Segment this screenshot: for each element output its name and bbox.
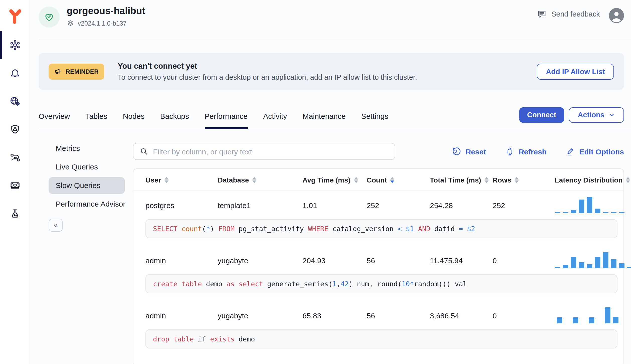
- slow-queries-table: UserDatabaseAvg Time (ms)CountTotal Time…: [133, 168, 624, 364]
- billing-money-icon[interactable]: [0, 171, 30, 200]
- column-header-user[interactable]: User: [145, 176, 218, 184]
- slow-queries-pane: Reset Refresh: [133, 129, 624, 364]
- cell-user: admin: [145, 311, 218, 320]
- tab-performance[interactable]: Performance: [205, 105, 248, 129]
- tab-nodes[interactable]: Nodes: [123, 105, 145, 129]
- title-block: gorgeous-halibut v2024.1.1.0-b137: [67, 6, 145, 27]
- tab-maintenance[interactable]: Maintenance: [302, 105, 346, 129]
- reminder-banner: REMINDER You can't connect yet To connec…: [39, 53, 624, 90]
- column-label: Avg Time (ms): [302, 176, 350, 184]
- query-text[interactable]: drop table if exists demo: [145, 329, 617, 348]
- sort-icon: [626, 177, 630, 183]
- table-body: postgrestemplate11.01252254.28252SELECT …: [133, 191, 623, 348]
- security-shield-lock-icon[interactable]: [0, 115, 30, 143]
- alerts-bell-icon[interactable]: [0, 59, 30, 87]
- connect-button[interactable]: Connect: [519, 107, 564, 123]
- tab-activity[interactable]: Activity: [263, 105, 287, 129]
- actions-button[interactable]: Actions: [569, 107, 624, 123]
- reminder-badge: REMINDER: [49, 63, 104, 79]
- column-label: Rows: [493, 176, 511, 184]
- yugabyte-logo-icon[interactable]: [0, 4, 30, 29]
- subnav-item-performance-advisor[interactable]: Performance Advisor: [49, 196, 125, 213]
- content: REMINDER You can't connect yet To connec…: [30, 40, 631, 364]
- tab-settings[interactable]: Settings: [361, 105, 388, 129]
- table-row[interactable]: adminyugabyte204.935611,475.940: [133, 246, 623, 274]
- table-header: UserDatabaseAvg Time (ms)CountTotal Time…: [133, 169, 623, 191]
- collapse-sidenav-button[interactable]: «: [49, 219, 63, 232]
- performance-subnav: MetricsLive QueriesSlow QueriesPerforman…: [39, 129, 133, 364]
- clusters-hub-icon[interactable]: [0, 31, 30, 59]
- cell-rows: 252: [493, 201, 555, 209]
- reset-button[interactable]: Reset: [452, 147, 486, 156]
- latency-histogram: [555, 251, 631, 270]
- sidebar-nav: [0, 31, 30, 228]
- cell-database: yugabyte: [218, 311, 302, 320]
- main-area: gorgeous-halibut v2024.1.1.0-b137: [30, 0, 631, 364]
- network-globe-gear-icon[interactable]: [0, 87, 30, 115]
- cell-total-time-ms: 11,475.94: [430, 256, 493, 264]
- cell-database: template1: [218, 201, 302, 209]
- column-label: Database: [218, 176, 249, 184]
- query-text[interactable]: SELECT count(*) FROM pg_stat_activity WH…: [145, 219, 617, 238]
- column-header-avg-time-ms[interactable]: Avg Time (ms): [302, 176, 367, 184]
- toolbar: Reset Refresh: [133, 143, 624, 160]
- tab-tables[interactable]: Tables: [86, 105, 107, 129]
- megaphone-icon: [54, 67, 62, 75]
- tab-backups[interactable]: Backups: [160, 105, 189, 129]
- subnav-item-slow-queries[interactable]: Slow Queries: [49, 177, 125, 194]
- cell-user: admin: [145, 256, 218, 264]
- cell-rows: 0: [493, 256, 555, 264]
- send-feedback-button[interactable]: Send feedback: [537, 9, 600, 19]
- edit-options-button[interactable]: Edit Options: [566, 147, 624, 156]
- banner-text: You can't connect yet To connect to your…: [118, 62, 417, 81]
- user-avatar[interactable]: [609, 8, 624, 23]
- cell-avg-time-ms: 1.01: [302, 201, 367, 209]
- refresh-button[interactable]: Refresh: [505, 147, 547, 156]
- sort-icon: [253, 177, 257, 183]
- column-header-count[interactable]: Count: [367, 176, 430, 184]
- pencil-icon: [566, 147, 575, 156]
- sort-icon: [390, 177, 395, 183]
- column-label: Count: [367, 176, 387, 184]
- column-header-rows[interactable]: Rows: [493, 176, 555, 184]
- cell-database: yugabyte: [218, 256, 302, 264]
- tab-overview[interactable]: Overview: [39, 105, 70, 129]
- feedback-bubble-icon: [537, 9, 547, 19]
- cluster-header: gorgeous-halibut v2024.1.1.0-b137: [30, 0, 631, 40]
- integrations-flow-icon[interactable]: [0, 143, 30, 171]
- query-text[interactable]: create table demo as select generate_ser…: [145, 274, 617, 293]
- table-row[interactable]: adminyugabyte65.83563,686.540: [133, 301, 623, 329]
- sort-icon: [354, 177, 358, 183]
- search-icon: [139, 147, 148, 156]
- active-nav-indicator: [0, 31, 2, 59]
- app-root: gorgeous-halibut v2024.1.1.0-b137: [0, 0, 631, 364]
- page-title: gorgeous-halibut: [67, 6, 145, 17]
- subnav-item-live-queries[interactable]: Live Queries: [49, 158, 125, 175]
- latency-histogram: [555, 196, 624, 215]
- history-clock-icon: [452, 147, 461, 156]
- layers-icon: [67, 20, 74, 27]
- cell-avg-time-ms: 65.83: [302, 311, 367, 320]
- reset-label: Reset: [465, 147, 486, 156]
- column-header-total-time-ms[interactable]: Total Time (ms): [430, 176, 493, 184]
- sort-icon: [165, 177, 169, 183]
- cluster-health-badge: [39, 7, 60, 28]
- actions-label: Actions: [578, 111, 604, 119]
- subnav-item-metrics[interactable]: Metrics: [49, 140, 125, 157]
- add-ip-allow-list-button[interactable]: Add IP Allow List: [537, 63, 614, 79]
- cell-avg-time-ms: 204.93: [302, 256, 367, 264]
- refresh-label: Refresh: [519, 147, 547, 156]
- sidebar: [0, 0, 30, 364]
- labs-flask-icon[interactable]: [0, 200, 30, 228]
- column-header-latency-distribution[interactable]: Latency Distribution: [555, 176, 630, 184]
- column-label: Total Time (ms): [430, 176, 481, 184]
- latency-histogram: [557, 306, 618, 325]
- sort-icon: [515, 177, 519, 183]
- column-label: User: [145, 176, 161, 184]
- table-row[interactable]: postgrestemplate11.01252254.28252: [133, 191, 623, 219]
- filter-input[interactable]: [153, 147, 389, 156]
- tab-actions: Connect Actions: [519, 107, 624, 127]
- tabs: OverviewTablesNodesBackupsPerformanceAct…: [39, 105, 388, 129]
- column-header-database[interactable]: Database: [218, 176, 302, 184]
- cell-count: 56: [367, 311, 430, 320]
